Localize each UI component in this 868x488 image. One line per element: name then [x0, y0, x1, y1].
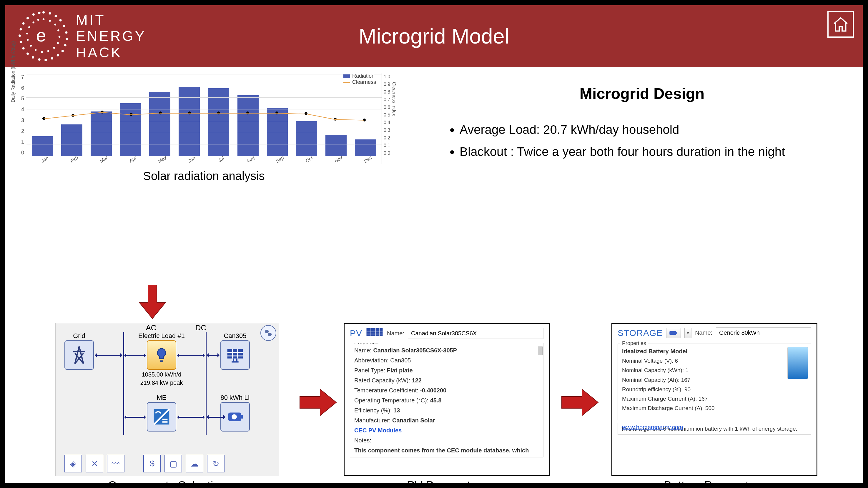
bar-Aug	[238, 95, 259, 156]
svg-point-1	[49, 12, 51, 15]
logo-line-2: ENERGY	[76, 28, 146, 44]
dc-bus-label: DC	[176, 323, 226, 332]
converter-label: ME	[147, 394, 176, 401]
st-nominal-cap-kwh: 1	[685, 367, 688, 373]
load-label: Electric Load #1	[132, 332, 191, 340]
load-node[interactable]	[147, 340, 176, 370]
svg-point-13	[32, 56, 34, 59]
storage-dropdown-button[interactable]: ▾	[684, 328, 691, 338]
svg-point-22	[38, 12, 41, 14]
home-button[interactable]	[827, 11, 854, 38]
pv-efficiency: 13	[393, 407, 400, 414]
svg-point-11	[44, 59, 47, 61]
bar-May	[149, 92, 170, 156]
pv-panel-type: Flat plate	[387, 367, 413, 373]
design-item: Blackout : Twice a year both four hours …	[460, 142, 842, 161]
ac-bus-label: AC	[126, 323, 176, 332]
load-kwh: 1035.00 kWh/d	[132, 371, 191, 378]
svg-point-29	[53, 47, 55, 48]
cec-pv-link[interactable]: CEC PV Modules	[354, 427, 402, 433]
y-left-ticks: 76543210	[14, 73, 26, 164]
props-legend: Properties	[352, 343, 380, 346]
svg-point-28	[57, 42, 59, 44]
ac-bus-line	[123, 332, 124, 435]
svg-point-5	[65, 31, 67, 34]
svg-point-30	[48, 50, 49, 52]
storage-type-button[interactable]	[666, 328, 681, 338]
logo-line-1: MIT	[76, 12, 146, 28]
storage-heading: STORAGE	[618, 328, 662, 338]
pv-node[interactable]	[220, 340, 250, 370]
toolbar-button[interactable]: $	[143, 455, 161, 473]
toolbar-button[interactable]: 〰	[107, 455, 124, 473]
storage-properties-box: Properties Idealized Battery Model Nomin…	[618, 344, 811, 420]
svg-point-49	[231, 414, 237, 419]
scrollbar-thumb[interactable]	[538, 347, 542, 355]
home-icon	[832, 15, 849, 33]
toolbar-button[interactable]: ▢	[164, 455, 182, 473]
bar-Mar	[91, 111, 112, 156]
components-panel: AC DC Grid Electric Load #1 1035.00 kWh/…	[55, 323, 279, 476]
svg-point-34	[27, 39, 29, 41]
svg-marker-40	[139, 285, 166, 319]
converter-icon	[151, 406, 172, 427]
battery-label: 80 kWh LI	[215, 394, 256, 401]
y-right-axis-label: Clearness Index	[391, 82, 397, 116]
connector	[126, 417, 144, 418]
converter-node[interactable]	[147, 402, 176, 431]
svg-point-27	[59, 36, 60, 38]
components-caption: Components Selection	[55, 479, 279, 488]
svg-point-12	[38, 58, 41, 61]
storage-caption: Battery Parameters	[612, 479, 817, 488]
pv-caption: PV Parameters	[344, 479, 550, 488]
pv-properties-box: Properties Name: Canadian Solar305CS6X-3…	[350, 343, 544, 457]
svg-point-18	[20, 28, 22, 31]
pv-name-value: Canadian Solar305CS6X-305P	[373, 347, 457, 354]
pv-name-input[interactable]	[408, 328, 544, 339]
logo-text: MIT ENERGY HACK	[76, 12, 146, 61]
svg-point-14	[27, 52, 29, 55]
grid-node[interactable]	[64, 340, 94, 370]
svg-point-21	[32, 13, 35, 15]
svg-point-4	[63, 25, 65, 27]
svg-point-19	[22, 22, 25, 25]
connector	[179, 355, 203, 356]
bar-Apr	[120, 103, 141, 156]
connector	[126, 355, 144, 356]
svg-point-0	[42, 11, 45, 13]
svg-point-38	[37, 19, 39, 21]
chart-caption: Solar radiation analysis	[14, 169, 394, 183]
connector	[97, 355, 120, 356]
clearness-line	[219, 113, 248, 113]
svg-rect-48	[241, 415, 243, 419]
toolbar-button[interactable]: ☁	[186, 455, 203, 473]
design-title: Microgrid Design	[442, 85, 842, 102]
st-nominal-cap-ah: 167	[681, 377, 690, 383]
design-item: Average Load: 20.7 kWh/day household	[460, 120, 842, 139]
toolbar-button[interactable]: ↻	[207, 455, 224, 473]
toolbar-button[interactable]: ✕	[86, 455, 103, 473]
svg-point-36	[28, 26, 30, 28]
svg-point-15	[22, 47, 25, 50]
svg-point-17	[19, 34, 21, 37]
logo-line-3: HACK	[76, 44, 146, 61]
connector	[209, 417, 223, 418]
slide-title: Microgrid Model	[359, 24, 509, 48]
storage-parameters-panel: STORAGE ▾ Name: Properties Idealized Bat…	[612, 323, 817, 476]
storage-name-input[interactable]	[716, 327, 811, 338]
homer-link[interactable]: www.homerenergy.com	[622, 424, 683, 430]
pv-tempcoef: -0.400200	[420, 387, 446, 394]
toolbar-button[interactable]: ◈	[64, 455, 82, 473]
pv-manufacturer: Canadian Solar	[392, 417, 435, 424]
st-nominal-voltage: 6	[675, 358, 678, 364]
solar-panel-icon	[225, 345, 245, 365]
storage-name-label: Name:	[695, 329, 712, 336]
arrow-right-icon	[561, 388, 600, 417]
solar-panel-icon	[366, 327, 383, 339]
svg-point-7	[64, 44, 66, 46]
svg-rect-50	[367, 328, 383, 336]
svg-rect-52	[676, 332, 677, 333]
header-bar: e MIT ENERGY HACK Microgrid Model	[5, 5, 863, 67]
connector	[179, 417, 203, 418]
pv-heading: PV	[350, 328, 362, 338]
